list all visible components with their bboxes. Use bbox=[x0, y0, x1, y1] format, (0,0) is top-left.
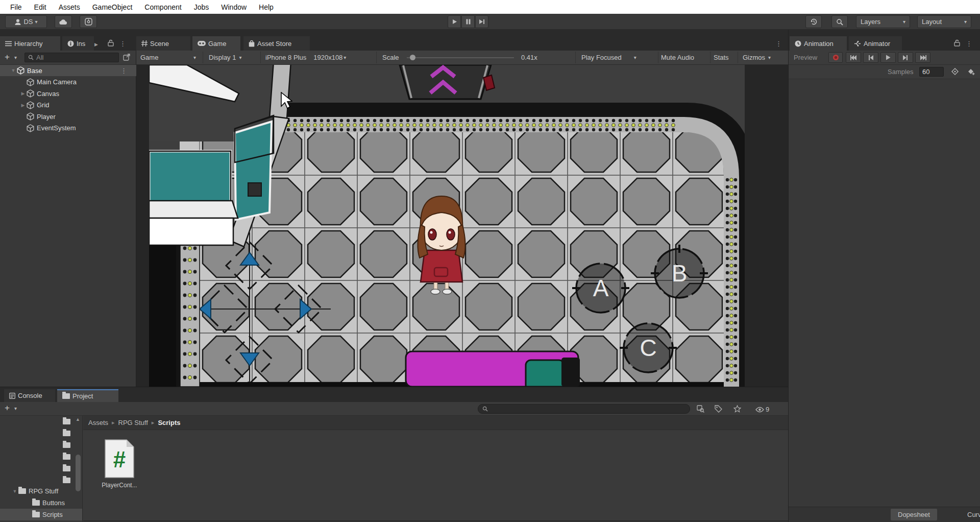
kebab-menu-icon[interactable]: ⋮ bbox=[119, 40, 126, 48]
add-event-icon[interactable] bbox=[967, 67, 975, 77]
scale-slider-knob[interactable] bbox=[410, 55, 415, 60]
plastic-scm-button[interactable] bbox=[80, 15, 97, 28]
folder-icon[interactable] bbox=[63, 454, 70, 460]
kebab-menu-icon[interactable]: ⋮ bbox=[966, 40, 972, 48]
search-button[interactable] bbox=[831, 15, 848, 28]
menu-file[interactable]: File bbox=[4, 0, 28, 14]
folder-icon[interactable] bbox=[63, 466, 70, 471]
asset-item-playercontroller[interactable]: # PlayerCont... bbox=[100, 438, 139, 489]
gizmos-dropdown[interactable]: Gizmos ▾ bbox=[743, 51, 771, 64]
search-by-type-icon[interactable] bbox=[697, 405, 704, 414]
play-focused-dropdown[interactable]: Play Focused ▾ bbox=[581, 51, 636, 64]
kebab-menu-icon[interactable]: ⋮ bbox=[775, 40, 782, 48]
favorites-icon[interactable] bbox=[733, 405, 741, 414]
resolution-dropdown[interactable]: iPhone 8 Plus 1920x108 ▾ bbox=[265, 51, 346, 64]
stats-button[interactable]: Stats bbox=[714, 51, 729, 64]
hierarchy-search-input[interactable]: All bbox=[24, 53, 119, 62]
next-key-button[interactable] bbox=[898, 52, 913, 63]
menu-help[interactable]: Help bbox=[253, 0, 280, 14]
account-icon bbox=[14, 18, 21, 26]
samples-input[interactable]: 60 bbox=[919, 67, 944, 77]
tab-animation[interactable]: Animation bbox=[790, 36, 847, 51]
search-placeholder: All bbox=[36, 54, 43, 61]
samples-label: Samples bbox=[888, 68, 914, 76]
search-by-label-icon[interactable] bbox=[715, 405, 722, 414]
curves-button[interactable]: Curves bbox=[960, 509, 980, 520]
svg-text:A: A bbox=[593, 275, 609, 301]
hierarchy-panel: Hierarchy Ins ▶ ⋮ + ▾ All ▼ Base⋮ bbox=[0, 30, 136, 387]
breadcrumb-scripts[interactable]: Scripts bbox=[158, 419, 180, 426]
animation-tabstrip: Animation Animator ⋮ bbox=[789, 30, 980, 51]
search-icon bbox=[28, 55, 34, 60]
hierarchy-item[interactable]: Main Camera bbox=[0, 77, 136, 88]
cloud-button[interactable] bbox=[55, 15, 72, 28]
tab-project[interactable]: Project bbox=[57, 389, 118, 402]
game-camera-dropdown[interactable]: Game bbox=[140, 51, 158, 64]
tree-item-scripts[interactable]: Scripts bbox=[0, 509, 83, 520]
tab-asset-store[interactable]: Asset Store bbox=[243, 36, 310, 51]
add-object-caret[interactable]: ▾ bbox=[14, 55, 17, 60]
folder-icon[interactable] bbox=[63, 478, 70, 483]
scene-picker-icon[interactable] bbox=[123, 54, 130, 62]
scale-slider-track[interactable] bbox=[407, 57, 514, 58]
hierarchy-item[interactable]: Player bbox=[0, 111, 136, 122]
scrollbar-up-arrow[interactable]: ▲ bbox=[76, 417, 80, 422]
menu-edit[interactable]: Edit bbox=[28, 0, 53, 14]
mute-audio-button[interactable]: Mute Audio bbox=[661, 51, 694, 64]
tree-item-rpg-stuff[interactable]: ▼ RPG Stuff bbox=[0, 485, 83, 497]
record-button[interactable] bbox=[828, 52, 843, 63]
tab-game[interactable]: Game bbox=[192, 36, 240, 51]
breadcrumb-assets[interactable]: Assets bbox=[88, 419, 108, 426]
hierarchy-item[interactable]: ▶ Canvas bbox=[0, 88, 136, 99]
tab-hierarchy[interactable]: Hierarchy bbox=[0, 36, 60, 51]
lock-icon[interactable] bbox=[108, 39, 114, 48]
main-toolbar: DS ▾ Layers ▾ bbox=[0, 14, 980, 30]
menu-component[interactable]: Component bbox=[138, 0, 187, 14]
play-animation-button[interactable] bbox=[880, 52, 896, 63]
chevron-down-icon: ▾ bbox=[964, 19, 967, 25]
account-dropdown[interactable]: DS ▾ bbox=[5, 15, 47, 28]
open-folder-icon bbox=[18, 488, 26, 494]
step-button[interactable] bbox=[475, 15, 488, 28]
add-asset-caret[interactable]: ▾ bbox=[14, 406, 17, 411]
layers-dropdown[interactable]: Layers ▾ bbox=[856, 15, 910, 28]
lock-icon[interactable] bbox=[954, 39, 960, 48]
layout-label: Layout bbox=[922, 18, 942, 26]
first-key-button[interactable] bbox=[846, 52, 861, 63]
display-dropdown[interactable]: Display 1 ▾ bbox=[209, 51, 242, 64]
pause-button[interactable] bbox=[461, 15, 475, 28]
folder-icon[interactable] bbox=[63, 419, 70, 424]
layers-label: Layers bbox=[861, 18, 880, 26]
undo-history-button[interactable] bbox=[805, 15, 822, 28]
menu-assets[interactable]: Assets bbox=[53, 0, 86, 14]
folder-icon[interactable] bbox=[63, 431, 70, 436]
preview-toggle[interactable]: Preview bbox=[794, 54, 817, 61]
add-asset-button[interactable]: + bbox=[5, 403, 10, 413]
folder-icon[interactable] bbox=[63, 442, 70, 448]
tab-animator[interactable]: Animator bbox=[849, 36, 902, 51]
tab-console[interactable]: Console bbox=[4, 389, 55, 402]
menu-gameobject[interactable]: GameObject bbox=[86, 0, 139, 14]
folder-icon bbox=[32, 500, 40, 506]
game-viewport[interactable]: A B C bbox=[136, 65, 788, 387]
menu-window[interactable]: Window bbox=[215, 0, 253, 14]
dopesheet-button[interactable]: Dopesheet bbox=[891, 509, 937, 520]
hierarchy-item[interactable]: ▼ Base⋮ bbox=[0, 65, 136, 76]
prev-key-button[interactable] bbox=[863, 52, 878, 63]
last-key-button[interactable] bbox=[915, 52, 930, 63]
play-button[interactable] bbox=[448, 15, 461, 28]
layout-dropdown[interactable]: Layout ▾ bbox=[917, 15, 971, 28]
tab-inspector-partial[interactable]: Ins bbox=[62, 36, 94, 51]
add-keyframe-icon[interactable] bbox=[951, 67, 959, 77]
tab-scroll-arrow[interactable]: ▶ bbox=[94, 42, 98, 47]
hierarchy-item[interactable]: EventSystem bbox=[0, 123, 136, 134]
tree-item-buttons[interactable]: Buttons bbox=[0, 497, 83, 509]
add-object-button[interactable]: + bbox=[5, 52, 10, 62]
hidden-count[interactable]: 9 bbox=[755, 406, 769, 413]
kebab-menu-icon[interactable]: ⋮ bbox=[120, 67, 127, 75]
menu-jobs[interactable]: Jobs bbox=[188, 0, 215, 14]
hierarchy-item[interactable]: ▶ Grid bbox=[0, 100, 136, 111]
tab-scene[interactable]: Scene bbox=[136, 36, 190, 51]
breadcrumb-rpg-stuff[interactable]: RPG Stuff bbox=[118, 419, 148, 426]
project-search-input[interactable] bbox=[478, 404, 690, 414]
